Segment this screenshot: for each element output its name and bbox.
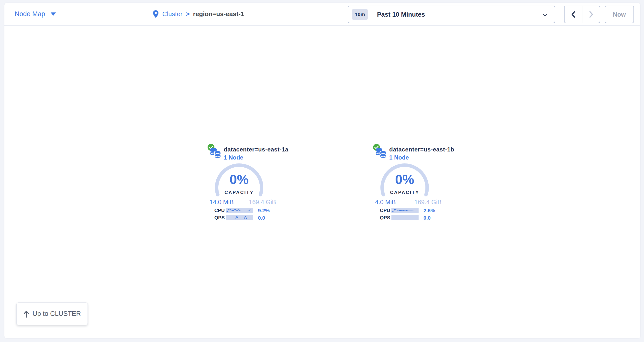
- cpu-metric-row: CPU 2.6%: [372, 208, 448, 213]
- next-time-button[interactable]: [582, 6, 600, 23]
- datacenter-card[interactable]: datacenter=us-east-1b 1 Node 0% CAPACITY…: [372, 143, 448, 224]
- datacenter-title: datacenter=us-east-1b: [389, 146, 454, 153]
- chevron-right-icon: [588, 10, 594, 18]
- cpu-value: 9.2%: [258, 208, 270, 214]
- qps-label: QPS: [214, 215, 225, 221]
- qps-sparkline: [392, 215, 418, 220]
- location-pin-icon: [152, 10, 159, 18]
- chevron-down-icon: [542, 12, 548, 18]
- breadcrumb-current: region=us-east-1: [193, 10, 244, 18]
- breadcrumb-separator: >: [186, 10, 190, 18]
- cpu-value: 2.6%: [424, 208, 435, 214]
- node-count-link[interactable]: 1 Node: [224, 154, 243, 161]
- capacity-total: 169.4 GiB: [414, 199, 442, 206]
- datacenter-database-icon: [210, 147, 222, 159]
- view-selector-dropdown[interactable]: Node Map: [15, 3, 56, 25]
- datacenter-card[interactable]: datacenter=us-east-1a 1 Node 0% CAPACITY…: [206, 143, 282, 224]
- main-panel: Node Map Cluster > region=us-east-1 10m …: [4, 3, 640, 338]
- time-range-label: Past 10 Minutes: [377, 11, 425, 18]
- header-divider: [339, 5, 339, 25]
- qps-metric-row: QPS 0.0: [206, 215, 282, 220]
- node-count-link[interactable]: 1 Node: [389, 154, 409, 161]
- cpu-sparkline: [392, 208, 418, 213]
- prev-time-button[interactable]: [564, 6, 582, 23]
- cpu-label: CPU: [214, 208, 225, 213]
- page-header: Node Map Cluster > region=us-east-1 10m …: [4, 3, 640, 26]
- time-range-dropdown[interactable]: 10m Past 10 Minutes: [348, 5, 555, 23]
- cpu-label: CPU: [380, 208, 390, 213]
- chevron-left-icon: [570, 10, 577, 18]
- time-pager: [564, 5, 600, 23]
- capacity-used: 4.0 MiB: [375, 199, 396, 206]
- qps-metric-row: QPS 0.0: [372, 215, 448, 220]
- node-map-page: Node Map Cluster > region=us-east-1 10m …: [0, 0, 644, 342]
- arrow-up-icon: [23, 310, 30, 318]
- datacenter-title: datacenter=us-east-1a: [224, 146, 288, 153]
- capacity-total: 169.4 GiB: [249, 199, 276, 206]
- cpu-metric-row: CPU 9.2%: [206, 208, 282, 213]
- datacenter-database-icon: [375, 147, 387, 159]
- capacity-values: 4.0 MiB 169.4 GiB: [375, 199, 442, 206]
- capacity-percent: 0%: [214, 172, 264, 187]
- capacity-percent: 0%: [380, 172, 430, 187]
- breadcrumb: Cluster > region=us-east-1: [152, 3, 244, 25]
- caret-down-icon: [50, 12, 56, 16]
- up-to-cluster-button[interactable]: Up to CLUSTER: [16, 303, 88, 325]
- qps-label: QPS: [380, 215, 390, 221]
- up-to-cluster-label: Up to CLUSTER: [32, 310, 81, 318]
- capacity-used: 14.0 MiB: [210, 199, 234, 206]
- view-selector-label: Node Map: [15, 10, 45, 18]
- capacity-label: CAPACITY: [214, 190, 264, 195]
- now-button[interactable]: Now: [605, 5, 634, 23]
- time-range-badge: 10m: [352, 9, 368, 20]
- breadcrumb-cluster-link[interactable]: Cluster: [162, 10, 182, 18]
- qps-value: 0.0: [424, 215, 430, 221]
- qps-value: 0.0: [258, 215, 265, 221]
- qps-sparkline: [226, 215, 253, 220]
- cpu-sparkline: [226, 208, 253, 213]
- capacity-values: 14.0 MiB 169.4 GiB: [210, 199, 276, 206]
- capacity-label: CAPACITY: [380, 190, 430, 195]
